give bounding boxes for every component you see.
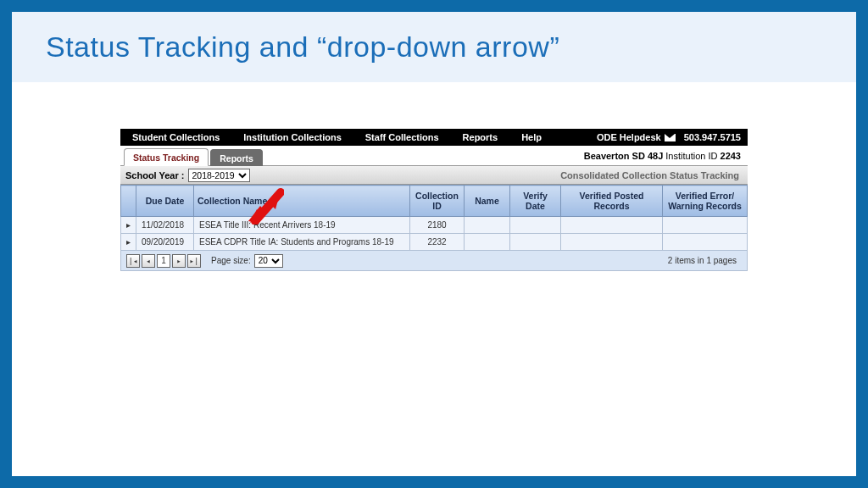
pager-first-icon[interactable]: |◂ <box>126 254 140 268</box>
helpdesk-link[interactable]: ODE Helpdesk <box>592 132 681 142</box>
topbar: Student Collections Institution Collecti… <box>120 129 748 146</box>
pager-last-icon[interactable]: ▸| <box>187 254 201 268</box>
col-name[interactable]: Name <box>465 186 510 217</box>
cell-verified-posted <box>561 234 663 251</box>
pager-summary: 2 items in 1 pages <box>668 256 742 265</box>
cell-collection-id: 2180 <box>410 217 465 234</box>
nav-reports[interactable]: Reports <box>451 132 510 142</box>
school-year-select[interactable]: 2018-2019 <box>188 169 250 182</box>
institution-id-label: Institution ID <box>665 151 717 161</box>
tab-row: Status Tracking Reports Beaverton SD 48J… <box>120 146 748 166</box>
pager-next-icon[interactable]: ▸ <box>172 254 186 268</box>
nav-student-collections[interactable]: Student Collections <box>120 132 231 142</box>
page-title: Status Tracking and “drop-down arrow” <box>46 30 822 64</box>
status-grid: Due Date Collection Name Collection ID N… <box>120 185 748 251</box>
expand-row-icon[interactable]: ▸ <box>121 217 136 234</box>
col-verify-date[interactable]: Verify Date <box>510 186 561 217</box>
cell-collection-id: 2232 <box>410 234 465 251</box>
filter-bar: School Year : 2018-2019 Consolidated Col… <box>120 166 748 185</box>
col-verified-posted-records[interactable]: Verified Posted Records <box>561 186 663 217</box>
title-band: Status Tracking and “drop-down arrow” <box>12 12 856 82</box>
cell-verified-posted <box>561 217 663 234</box>
institution-id: 2243 <box>721 151 741 161</box>
col-due-date[interactable]: Due Date <box>136 186 194 217</box>
collection-subtitle: Consolidated Collection Status Tracking <box>560 170 743 180</box>
pager-prev-icon[interactable]: ◂ <box>142 254 155 268</box>
helpdesk-phone: 503.947.5715 <box>681 132 748 142</box>
col-verified-error-warning-records[interactable]: Verified Error/ Warning Records <box>663 186 748 217</box>
mail-icon <box>665 134 676 141</box>
page-size-label: Page size: <box>211 256 251 265</box>
institution-name: Beaverton SD 48J <box>584 151 664 161</box>
cell-collection-name: ESEA Title III: Recent Arrivers 18-19 <box>194 217 410 234</box>
tab-reports[interactable]: Reports <box>210 149 263 166</box>
cell-verify-date <box>510 234 561 251</box>
table-row: ▸ 11/02/2018 ESEA Title III: Recent Arri… <box>121 217 748 234</box>
pager-page-number[interactable]: 1 <box>157 254 170 268</box>
page-size-select[interactable]: 20 <box>254 254 283 268</box>
pager: |◂ ◂ 1 ▸ ▸| Page size: 20 2 items in 1 p… <box>120 251 748 271</box>
cell-verified-error <box>663 217 748 234</box>
nav-staff-collections[interactable]: Staff Collections <box>353 132 451 142</box>
institution-label: Beaverton SD 48J Institution ID 2243 <box>584 151 748 161</box>
cell-collection-name: ESEA CDPR Title IA: Students and Program… <box>194 234 410 251</box>
cell-due-date: 09/20/2019 <box>136 234 194 251</box>
expand-row-icon[interactable]: ▸ <box>121 234 136 251</box>
col-collection-name[interactable]: Collection Name <box>194 186 410 217</box>
helpdesk-label: ODE Helpdesk <box>597 132 661 142</box>
table-row: ▸ 09/20/2019 ESEA CDPR Title IA: Student… <box>121 234 748 251</box>
nav-institution-collections[interactable]: Institution Collections <box>231 132 353 142</box>
cell-name <box>465 217 510 234</box>
cell-name <box>465 234 510 251</box>
school-year-label: School Year : <box>125 170 185 180</box>
slide-frame: Status Tracking and “drop-down arrow” St… <box>0 0 868 488</box>
cell-verified-error <box>663 234 748 251</box>
app-frame: Student Collections Institution Collecti… <box>120 129 748 271</box>
tab-status-tracking[interactable]: Status Tracking <box>124 148 209 166</box>
col-expand <box>121 186 136 217</box>
col-collection-id[interactable]: Collection ID <box>410 186 465 217</box>
content-area: Student Collections Institution Collecti… <box>12 82 856 476</box>
nav-help[interactable]: Help <box>509 132 554 142</box>
cell-due-date: 11/02/2018 <box>136 217 194 234</box>
cell-verify-date <box>510 217 561 234</box>
